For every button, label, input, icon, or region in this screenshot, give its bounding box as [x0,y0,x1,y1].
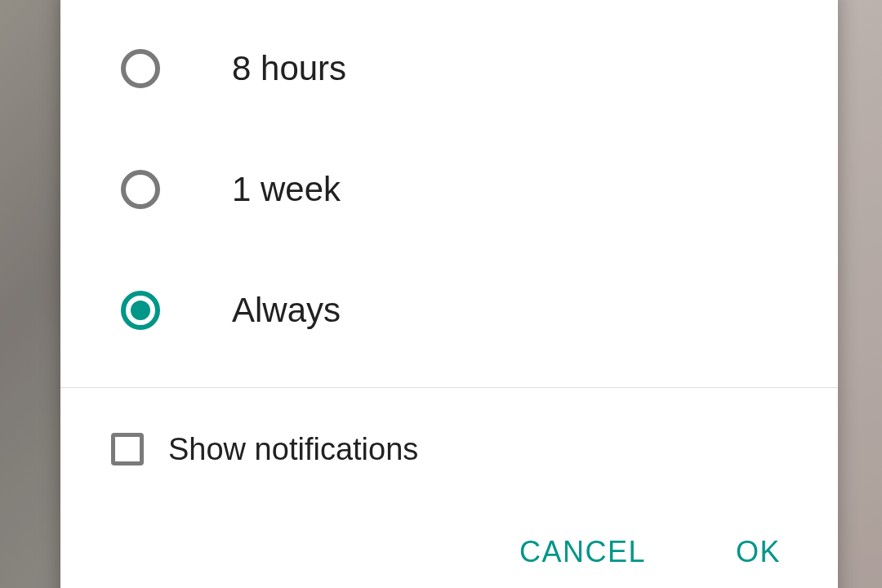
radio-icon [121,170,160,209]
radio-group: 8 hours 1 week Always [60,0,838,387]
radio-label: Always [232,291,341,330]
radio-label: 1 week [232,170,341,209]
cancel-button[interactable]: CANCEL [503,527,662,577]
ok-button[interactable]: OK [719,527,797,577]
radio-option-8-hours[interactable]: 8 hours [60,8,838,129]
checkbox-label: Show notifications [168,432,418,467]
dialog-actions: CANCEL OK [60,510,838,588]
radio-icon-selected [121,291,160,330]
show-notifications-checkbox-row[interactable]: Show notifications [60,388,838,510]
radio-option-always[interactable]: Always [60,250,838,371]
radio-dot-icon [131,301,150,320]
mute-dialog: 8 hours 1 week Always Show notifications… [60,0,838,588]
radio-icon [121,49,160,88]
radio-label: 8 hours [232,49,346,88]
checkbox-icon [111,433,144,466]
radio-option-1-week[interactable]: 1 week [60,129,838,250]
